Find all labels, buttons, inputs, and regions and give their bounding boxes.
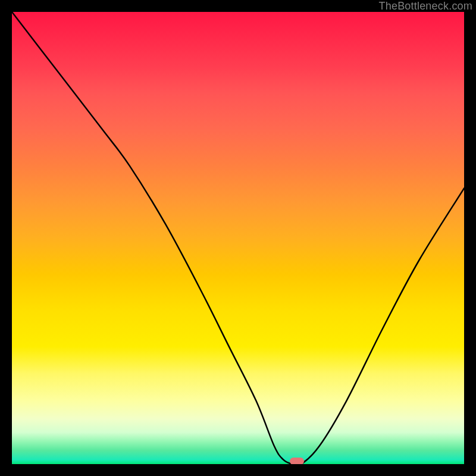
plot-area: [12, 12, 464, 464]
bottleneck-curve: [12, 12, 464, 464]
chart-frame: TheBottleneck.com: [0, 0, 476, 476]
optimal-marker: [290, 458, 304, 464]
watermark-label: TheBottleneck.com: [379, 0, 472, 12]
curve-layer: [12, 12, 464, 464]
